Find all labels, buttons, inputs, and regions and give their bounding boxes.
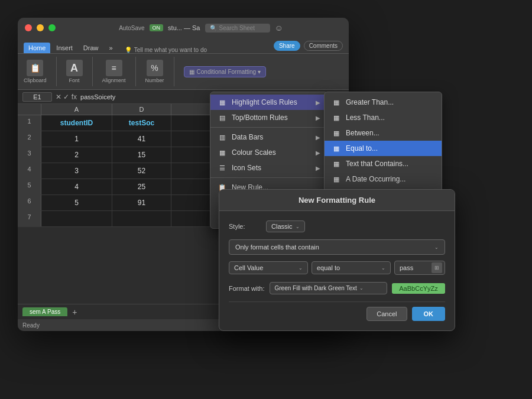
row-num-1: 1 <box>18 115 41 131</box>
cf-label: Conditional Formatting ▾ <box>197 69 261 75</box>
tab-draw[interactable]: Draw <box>79 43 103 53</box>
format-label: Format with: <box>229 285 265 292</box>
style-select-arrow: ⌄ <box>296 224 300 229</box>
cell-d7[interactable] <box>112 211 171 226</box>
row-num-header <box>18 104 41 115</box>
toolbar-clipboard: 📋 Clipboard <box>24 60 47 83</box>
cell-d4[interactable]: 52 <box>112 163 171 179</box>
icon-sets-label: Icon Sets <box>232 164 261 172</box>
cf-icon: ▦ <box>189 69 194 75</box>
cell-d6[interactable]: 91 <box>112 195 171 210</box>
style-select[interactable]: Classic ⌄ <box>266 220 305 232</box>
cell-a1[interactable]: studentID <box>41 115 112 131</box>
operator-select[interactable]: equal to ⌄ <box>312 261 391 274</box>
col-header-a[interactable]: A <box>41 104 112 115</box>
cell-a7[interactable] <box>41 211 112 226</box>
divider-3 <box>135 57 136 86</box>
conditional-formatting-button[interactable]: ▦ Conditional Formatting ▾ <box>184 66 266 77</box>
submenu-less-than[interactable]: ▦ Less Than... <box>325 110 442 125</box>
less-than-icon: ▦ <box>332 113 341 122</box>
maximize-button[interactable] <box>48 24 56 31</box>
close-button[interactable] <box>25 24 32 31</box>
arrow-icon-3: ▶ <box>316 150 320 156</box>
toolbar-alignment: ≡ Alignment <box>102 60 126 83</box>
text-contains-icon: ▦ <box>332 159 341 168</box>
data-bars-label: Data Bars <box>232 133 263 141</box>
submenu-equal-to[interactable]: ▦ Equal to... <box>325 141 442 156</box>
minimize-button[interactable] <box>37 24 44 31</box>
value-input[interactable] <box>400 264 429 271</box>
add-sheet-button[interactable]: + <box>70 307 79 317</box>
format-preview: AaBbCcYyZz <box>392 283 445 294</box>
submenu-between[interactable]: ▦ Between... <box>325 125 442 141</box>
tell-me-text: Tell me what you want to do <box>134 47 207 53</box>
style-row: Style: Classic ⌄ <box>229 220 445 232</box>
title-bar-content: AutoSave ON stu... — Sa 🔍 Search Sheet ☺ <box>60 23 342 33</box>
less-than-label: Less Than... <box>346 113 385 122</box>
submenu-greater-than[interactable]: ▦ Greater Than... <box>325 95 442 110</box>
dialog-buttons: Cancel OK <box>229 301 445 321</box>
cell-a4[interactable]: 3 <box>41 163 112 179</box>
sheet-tab-sem-a-pass[interactable]: sem A Pass <box>22 307 67 316</box>
data-bars-icon: ▥ <box>218 132 227 142</box>
search-bar[interactable]: 🔍 Search Sheet <box>205 24 270 33</box>
cell-d3[interactable]: 15 <box>112 147 171 163</box>
tab-more[interactable]: » <box>105 43 118 53</box>
row-num-7: 7 <box>18 211 41 226</box>
tab-insert[interactable]: Insert <box>51 43 77 53</box>
menu-item-data-bars[interactable]: ▥ Data Bars ▶ <box>210 129 327 145</box>
font-icon: A <box>66 60 83 76</box>
menu-divider-2 <box>210 177 327 178</box>
menu-item-top-bottom[interactable]: ▤ Top/Bottom Rules ▶ <box>210 110 327 125</box>
greater-than-label: Greater Than... <box>346 98 394 106</box>
menu-divider-1 <box>210 127 327 128</box>
cell-a5[interactable]: 4 <box>41 179 112 194</box>
row-num-5: 5 <box>18 179 41 194</box>
divider-2 <box>92 57 93 86</box>
toolbar-font: A Font <box>66 60 83 83</box>
cell-d1[interactable]: testSoc <box>112 115 171 131</box>
font-label: Font <box>69 77 80 83</box>
ok-button[interactable]: OK <box>412 307 446 321</box>
share-button[interactable]: Share <box>274 41 300 51</box>
top-bottom-icon: ▤ <box>218 113 227 122</box>
col-header-d[interactable]: D <box>112 104 171 115</box>
number-label: Number <box>145 77 164 83</box>
cancel-button[interactable]: Cancel <box>366 307 407 321</box>
menu-item-colour-scales[interactable]: ▦ Colour Scales ▶ <box>210 145 327 160</box>
search-icon: 🔍 <box>210 25 217 31</box>
arrow-icon-0: ▶ <box>316 99 320 106</box>
cell-a3[interactable]: 2 <box>41 147 112 163</box>
highlight-cells-label: Highlight Cells Rules <box>232 98 297 106</box>
cell-picker-button[interactable]: ⊞ <box>432 262 442 273</box>
arrow-icon-1: ▶ <box>316 115 320 121</box>
arrow-icon-2: ▶ <box>316 134 320 141</box>
format-select[interactable]: Green Fill with Dark Green Text ⌄ <box>270 282 387 294</box>
text-contains-label: Text that Contains... <box>346 160 408 168</box>
status-text: Ready <box>22 322 40 329</box>
menu-item-highlight-cells[interactable]: ▦ Highlight Cells Rules ▶ <box>210 95 327 110</box>
cell-value-select[interactable]: Cell Value ⌄ <box>229 261 308 274</box>
comments-button[interactable]: Comments <box>304 41 343 51</box>
cell-a2[interactable]: 1 <box>41 131 112 147</box>
submenu-text-contains[interactable]: ▦ Text that Contains... <box>325 156 442 171</box>
format-value: Green Fill with Dark Green Text <box>275 285 357 291</box>
between-label: Between... <box>346 129 379 137</box>
cell-d5[interactable]: 25 <box>112 179 171 194</box>
smiley-icon: ☺ <box>275 23 283 33</box>
submenu-date-occurring[interactable]: ▦ A Date Occurring... <box>325 171 442 187</box>
cell-reference[interactable]: E1 <box>22 92 52 102</box>
menu-item-icon-sets[interactable]: ☰ Icon Sets ▶ <box>210 160 327 176</box>
ribbon-toolbar: 📋 Clipboard A Font ≡ Alignment % Number … <box>18 54 349 89</box>
alignment-icon: ≡ <box>106 60 122 76</box>
dialog-body: Style: Classic ⌄ Only format cells that … <box>219 211 455 330</box>
number-icon: % <box>147 60 163 76</box>
lightbulb-icon: 💡 <box>125 47 132 53</box>
condition-dropdown[interactable]: Only format cells that contain ⌄ <box>229 239 445 255</box>
tell-me[interactable]: 💡 Tell me what you want to do <box>125 47 207 53</box>
tab-home[interactable]: Home <box>24 43 50 53</box>
value-input-container[interactable]: ⊞ <box>394 261 445 275</box>
cell-d2[interactable]: 41 <box>112 131 171 147</box>
cell-value-label: Cell Value <box>234 264 263 271</box>
cell-a6[interactable]: 5 <box>41 195 112 210</box>
